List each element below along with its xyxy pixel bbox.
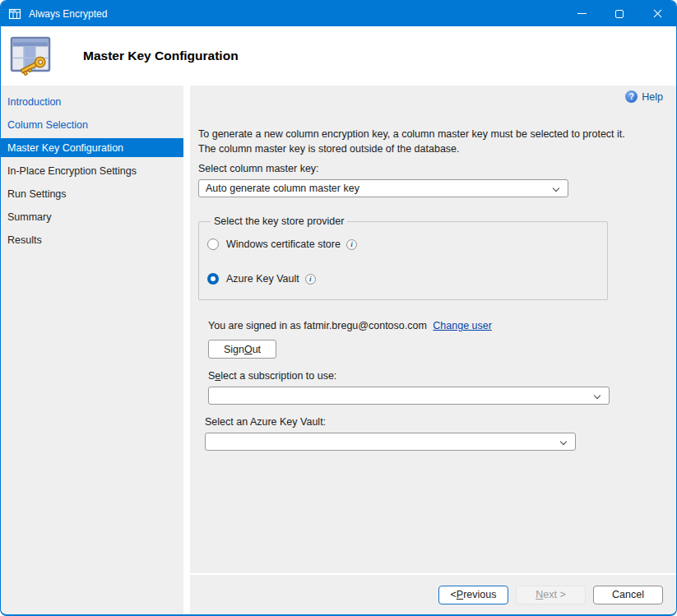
window-title: Always Encrypted [29,8,107,20]
windows-certificate-store-label: Windows certificate store [226,239,341,250]
radio-checked-icon [207,273,219,285]
table-key-icon [9,35,55,76]
next-button[interactable]: Next > [516,586,586,604]
key-store-provider-legend: Select the key store provider [211,215,347,227]
sidebar-item-run-settings[interactable]: Run Settings [1,184,183,203]
page-description: To generate a new column encryption key,… [198,127,647,156]
sidebar-item-in-place-encryption-settings[interactable]: In-Place Encryption Settings [1,161,183,180]
sign-out-label: Sign [224,344,244,355]
key-store-provider-group: Select the key store provider Windows ce… [198,215,608,300]
help-icon [625,90,638,103]
previous-button[interactable]: < Previous [438,586,508,604]
dialog-body: Introduction Column Selection Master Key… [1,86,676,614]
minimize-button[interactable] [563,1,600,26]
azure-key-vault-radio[interactable]: Azure Key Vault [207,271,599,286]
sign-out-button[interactable]: Sign Out [208,340,276,359]
sidebar-item-column-selection[interactable]: Column Selection [1,115,183,134]
column-master-key-label: Select column master key: [198,163,663,174]
chevron-down-icon [553,185,559,192]
sidebar-item-summary[interactable]: Summary [1,207,183,226]
info-icon[interactable] [346,239,357,250]
wizard-steps-sidebar: Introduction Column Selection Master Key… [1,86,183,614]
minimize-icon [577,13,587,14]
column-master-key-select[interactable]: Auto generate column master key [198,179,568,197]
wizard-footer: < Previous Next > Cancel [190,573,676,614]
azure-key-vault-select-label: Select an Azure Key Vault: [205,416,663,428]
master-key-configuration-page: Help To generate a new column encryption… [190,86,676,573]
sidebar-item-results[interactable]: Results [1,230,183,249]
always-encrypted-dialog: Always Encrypted [0,0,677,616]
maximize-icon [615,10,624,18]
chevron-down-icon [594,392,600,399]
info-icon[interactable] [305,274,316,285]
window-controls [563,1,676,26]
cancel-button[interactable]: Cancel [593,586,663,604]
signed-in-text: You are signed in as fatmir.bregu@contos… [208,320,427,331]
help-link[interactable]: Help [198,90,663,103]
close-button[interactable] [638,1,676,26]
wizard-header: Master Key Configuration [1,26,676,86]
always-encrypted-app-icon [8,7,21,21]
content-column: Help To generate a new column encryption… [190,86,676,614]
close-icon [652,8,663,19]
help-label: Help [642,91,663,103]
page-title: Master Key Configuration [83,49,239,63]
title-bar: Always Encrypted [1,1,676,26]
azure-key-vault-label: Azure Key Vault [226,273,299,285]
column-master-key-value: Auto generate column master key [206,183,359,194]
subscription-label: Select a subscription to use: [208,370,663,382]
signed-in-row: You are signed in as fatmir.bregu@contos… [208,320,663,331]
sidebar-item-introduction[interactable]: Introduction [1,92,183,111]
change-user-link[interactable]: Change user [433,320,492,331]
chevron-down-icon [560,438,567,445]
sidebar-item-master-key-configuration[interactable]: Master Key Configuration [1,138,183,157]
windows-certificate-store-radio[interactable]: Windows certificate store [207,237,599,252]
azure-key-vault-select[interactable] [205,433,576,451]
sidebar-divider [183,86,190,614]
radio-unchecked-icon [207,239,219,250]
subscription-select[interactable] [208,387,610,405]
maximize-button[interactable] [600,1,638,26]
